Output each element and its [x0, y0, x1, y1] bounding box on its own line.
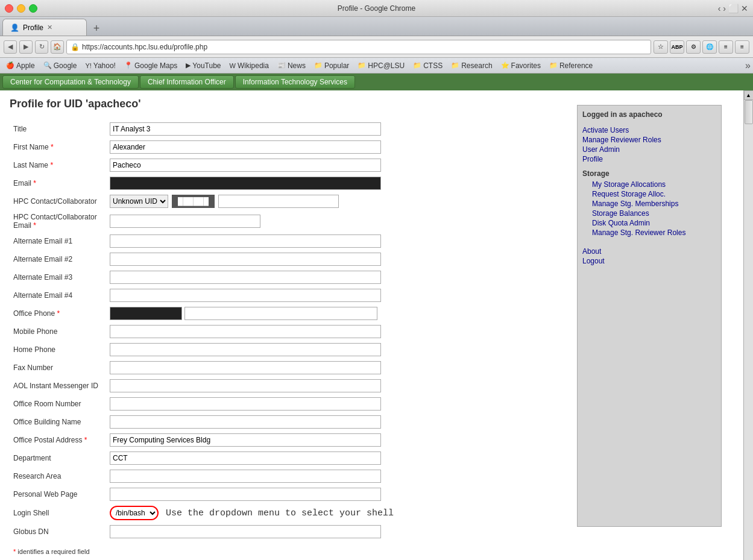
- alt-email1-input[interactable]: [110, 234, 381, 248]
- title-input[interactable]: [110, 122, 381, 136]
- content-wrapper: Profile for UID 'apacheco' Title: [10, 98, 734, 558]
- mobile-phone-field-cell: [106, 322, 567, 341]
- aol-input[interactable]: [110, 379, 381, 392]
- bookmark-youtube[interactable]: ▶ YouTube: [182, 60, 224, 71]
- close-icon[interactable]: ✕: [741, 4, 748, 13]
- alt-email2-field-cell: [106, 250, 567, 268]
- hpc-contact-email-field-cell: [106, 210, 567, 232]
- sidebar-link-storage-balances[interactable]: Storage Balances: [592, 209, 716, 218]
- wikipedia-icon: W: [230, 62, 236, 69]
- nav-tab-its[interactable]: Information Technology Services: [235, 75, 355, 89]
- extensions-button[interactable]: ⚙: [686, 40, 701, 54]
- alt-email3-label: Alternate Email #3: [10, 268, 106, 286]
- active-tab[interactable]: 👤 Profile ✕: [2, 19, 87, 36]
- hpc-contact-email-input[interactable]: [110, 215, 260, 228]
- sidebar-link-disk-quota[interactable]: Disk Quota Admin: [592, 219, 716, 227]
- office-phone-row: Office Phone *: [10, 304, 567, 322]
- sidebar-link-profile[interactable]: Profile: [582, 155, 716, 163]
- maximize-button[interactable]: [29, 4, 37, 13]
- sidebar-link-manage-stg-reviewer[interactable]: Manage Stg. Reviewer Roles: [592, 228, 716, 237]
- bookmark-popular[interactable]: 📁 Popular: [310, 60, 353, 71]
- next-window-icon[interactable]: ›: [723, 4, 726, 13]
- globus-dn-input[interactable]: [110, 525, 381, 538]
- bookmark-google[interactable]: 🔍 Google: [40, 60, 81, 71]
- alt-email2-input[interactable]: [110, 253, 381, 266]
- home-button[interactable]: 🏠: [51, 40, 64, 54]
- office-room-input[interactable]: [110, 397, 381, 411]
- alt-email3-input[interactable]: [110, 271, 381, 284]
- sidebar-link-user-admin[interactable]: User Admin: [582, 145, 716, 154]
- office-phone-input[interactable]: [110, 307, 182, 320]
- bookmark-label: HPC@LSU: [368, 61, 405, 70]
- office-building-input[interactable]: [110, 415, 381, 429]
- bookmark-hpclsu[interactable]: 📁 HPC@LSU: [354, 60, 408, 71]
- sidebar-link-request-storage[interactable]: Request Storage Alloc.: [592, 190, 716, 198]
- bookmark-news[interactable]: 📰 News: [274, 60, 309, 71]
- scroll-thumb[interactable]: [745, 100, 753, 124]
- sidebar-link-activate-users[interactable]: Activate Users: [582, 126, 716, 134]
- email-field-cell: [106, 174, 567, 192]
- personal-web-input[interactable]: [110, 488, 381, 501]
- sidebar-link-logout[interactable]: Logout: [582, 257, 716, 265]
- sidebar-link-manage-reviewer[interactable]: Manage Reviewer Roles: [582, 136, 716, 144]
- sidebar-link-manage-stg-memberships[interactable]: Manage Stg. Memberships: [592, 200, 716, 208]
- last-name-input[interactable]: [110, 159, 381, 172]
- tab-favicon: 👤: [10, 24, 19, 32]
- bookmark-ctss[interactable]: 📁 CTSS: [409, 60, 446, 71]
- url-display[interactable]: https://accounts.hpc.lsu.edu/profile.php: [82, 43, 207, 51]
- scrollbar: ▲ ▼: [743, 90, 753, 560]
- alt-email4-label: Alternate Email #4: [10, 286, 106, 304]
- ctss-icon: 📁: [413, 61, 421, 69]
- office-phone-input2[interactable]: [184, 307, 377, 320]
- nav-tab-cio[interactable]: Chief Information Officer: [140, 75, 234, 89]
- first-name-input[interactable]: [110, 140, 381, 154]
- abp-button[interactable]: ABP: [670, 40, 684, 54]
- fax-input[interactable]: [110, 361, 381, 374]
- chrome-window: Profile - Google Chrome ‹ › ⬜ ✕ 👤 Profil…: [0, 0, 753, 560]
- hpc-contact-uid-select[interactable]: Unknown UID: [110, 195, 168, 208]
- tools-button[interactable]: ≡: [719, 40, 733, 54]
- address-input-container[interactable]: 🔒 https://accounts.hpc.lsu.edu/profile.p…: [66, 40, 651, 54]
- hpc-contact-button[interactable]: ██████: [172, 195, 215, 208]
- bookmark-reference[interactable]: 📁 Reference: [546, 60, 596, 71]
- home-phone-input[interactable]: [110, 343, 381, 356]
- scroll-up-button[interactable]: ▲: [744, 90, 754, 100]
- department-input[interactable]: [110, 451, 381, 465]
- sidebar-link-about[interactable]: About: [582, 247, 716, 256]
- address-bar-right: ☆ ABP ⚙ 🌐 ≡ ≡: [654, 40, 749, 54]
- bookmark-favorites[interactable]: ⭐ Favorites: [497, 60, 544, 71]
- office-postal-input[interactable]: [110, 433, 381, 447]
- alt-email3-row: Alternate Email #3: [10, 268, 567, 286]
- sidebar-link-my-storage[interactable]: My Storage Allocations: [592, 180, 716, 189]
- minimize-button[interactable]: [17, 4, 25, 13]
- login-shell-label: Login Shell: [10, 503, 106, 523]
- login-shell-select[interactable]: /bin/bash /bin/sh /bin/csh /bin/tcsh /bi…: [110, 506, 159, 520]
- reload-button[interactable]: ↻: [35, 40, 48, 54]
- bookmarks-more-button[interactable]: »: [745, 60, 751, 71]
- forward-button[interactable]: ▶: [19, 40, 33, 54]
- email-input[interactable]: [110, 177, 381, 190]
- back-button[interactable]: ◀: [4, 40, 17, 54]
- research-area-input[interactable]: [110, 470, 381, 483]
- aol-label: AOL Instant Messenger ID: [10, 377, 106, 395]
- bookmark-apple[interactable]: 🍎 Apple: [2, 60, 39, 71]
- restore-icon[interactable]: ⬜: [728, 4, 739, 13]
- window-controls: [5, 4, 37, 13]
- bookmark-research[interactable]: 📁 Research: [447, 60, 496, 71]
- tab-close-button[interactable]: ✕: [47, 24, 52, 31]
- translate-button[interactable]: 🌐: [702, 40, 717, 54]
- bookmark-wikipedia[interactable]: W Wikipedia: [226, 60, 273, 71]
- close-button[interactable]: [5, 4, 13, 13]
- mobile-phone-input[interactable]: [110, 325, 381, 338]
- bookmark-yahoo[interactable]: Y! Yahoo!: [81, 60, 119, 71]
- bookmark-googlemaps[interactable]: 📍 Google Maps: [121, 60, 181, 71]
- bookmark-star-button[interactable]: ☆: [654, 40, 668, 54]
- prev-window-icon[interactable]: ‹: [718, 4, 721, 13]
- alt-email2-row: Alternate Email #2: [10, 250, 567, 268]
- alt-email4-input[interactable]: [110, 289, 381, 302]
- new-tab-button[interactable]: +: [89, 21, 104, 36]
- nav-tab-cct[interactable]: Center for Computation & Technology: [2, 75, 139, 89]
- department-field-cell: [106, 449, 567, 467]
- menu-button[interactable]: ≡: [735, 40, 749, 54]
- hpc-contact-text-input[interactable]: [218, 195, 339, 208]
